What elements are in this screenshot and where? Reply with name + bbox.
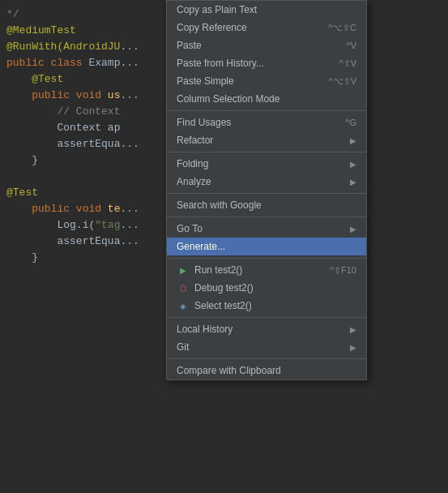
menu-item-column-selection-label: Column Selection Mode [177,93,356,105]
separator-1 [167,110,366,111]
run-icon: ▶ [177,264,190,277]
menu-item-generate[interactable]: Generate... [167,238,366,255]
menu-item-folding[interactable]: Folding ▶ [167,155,366,173]
menu-item-compare-clipboard-label: Compare with Clipboard [177,365,356,376]
menu-item-copy-reference[interactable]: Copy Reference ^⌥⇧C [167,19,366,36]
menu-item-run-test-label: Run test2() [194,264,314,276]
go-to-arrow-icon: ▶ [350,225,356,234]
local-history-arrow-icon: ▶ [350,325,356,334]
folding-arrow-icon: ▶ [350,160,356,169]
menu-item-select-test[interactable]: ◈ Select test2() [167,297,366,315]
menu-item-select-test-label: Select test2() [194,300,356,311]
menu-item-local-history-label: Local History [177,324,343,335]
menu-item-git[interactable]: Git ▶ [167,338,366,356]
menu-item-paste-simple-label: Paste Simple [177,75,313,87]
menu-item-go-to[interactable]: Go To ▶ [167,220,366,238]
git-arrow-icon: ▶ [350,343,356,352]
menu-item-paste-history-label: Paste from History... [177,58,323,69]
menu-item-search-google-label: Search with Google [177,199,356,211]
menu-item-paste-simple[interactable]: Paste Simple ^⌥⇧V [167,72,366,90]
menu-item-analyze[interactable]: Analyze ▶ [167,173,366,191]
menu-item-analyze-label: Analyze [177,176,343,187]
context-menu: Copy as Plain Text Copy Reference ^⌥⇧C P… [166,0,367,380]
menu-item-git-label: Git [177,341,343,353]
menu-item-folding-label: Folding [177,158,343,169]
separator-3 [167,193,366,194]
menu-item-run-test[interactable]: ▶ Run test2() ^⇧F10 [167,261,366,279]
menu-item-paste[interactable]: Paste ^V [167,36,366,54]
menu-item-debug-test[interactable]: ⬡ Debug test2() [167,279,366,297]
separator-4 [167,216,366,217]
menu-item-paste-simple-shortcut: ^⌥⇧V [329,76,357,87]
menu-item-column-selection[interactable]: Column Selection Mode [167,90,366,108]
select-icon: ◈ [177,299,190,312]
analyze-arrow-icon: ▶ [350,178,356,186]
separator-2 [167,152,366,152]
menu-item-search-google[interactable]: Search with Google [167,196,366,214]
menu-item-paste-history-shortcut: ^⇧V [339,58,357,69]
menu-item-paste-history[interactable]: Paste from History... ^⇧V [167,54,366,72]
separator-5 [167,258,366,259]
menu-item-paste-label: Paste [177,40,331,51]
menu-item-copy-plain[interactable]: Copy as Plain Text [167,1,366,19]
menu-item-local-history[interactable]: Local History ▶ [167,320,366,338]
separator-6 [167,317,366,318]
menu-item-copy-reference-label: Copy Reference [177,22,312,33]
refactor-arrow-icon: ▶ [350,136,356,145]
menu-item-refactor-label: Refactor [177,135,343,146]
menu-item-compare-clipboard[interactable]: Compare with Clipboard [167,362,366,379]
menu-item-go-to-label: Go To [177,223,343,234]
menu-item-generate-label: Generate... [177,241,356,252]
menu-item-find-usages-shortcut: ^G [345,118,356,127]
menu-item-copy-reference-shortcut: ^⌥⇧C [328,23,356,33]
menu-item-run-test-shortcut: ^⇧F10 [330,265,356,276]
menu-item-find-usages-label: Find Usages [177,117,329,128]
menu-item-paste-shortcut: ^V [347,41,357,50]
menu-item-debug-test-label: Debug test2() [194,282,356,294]
menu-item-copy-plain-label: Copy as Plain Text [177,4,356,15]
debug-icon: ⬡ [177,281,190,294]
menu-item-find-usages[interactable]: Find Usages ^G [167,114,366,131]
menu-item-refactor[interactable]: Refactor ▶ [167,131,366,149]
separator-7 [167,358,366,359]
